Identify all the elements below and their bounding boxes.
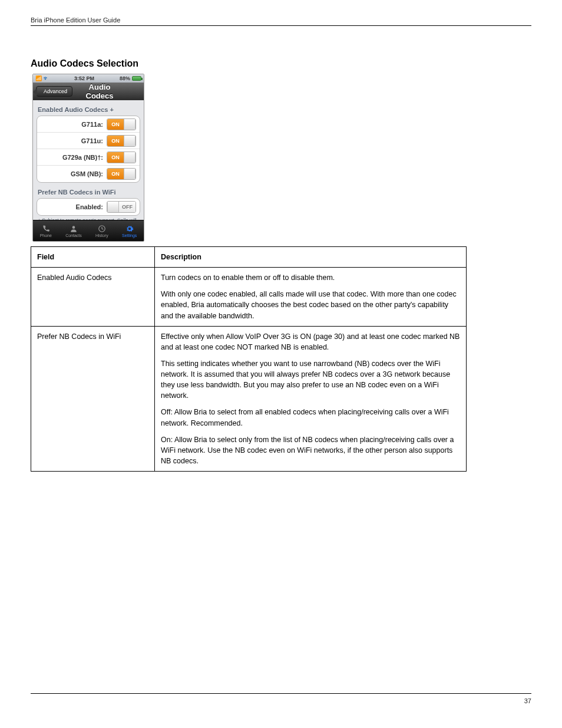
field-description-table: Field Description Enabled Audio Codecs T… bbox=[31, 246, 467, 472]
cell-description: Turn codecs on to enable them or off to … bbox=[155, 268, 467, 327]
toggle-g711a[interactable]: ONOFF bbox=[107, 118, 136, 130]
desc-para: This setting indicates whether you want … bbox=[161, 358, 460, 401]
tab-bar: Phone Contacts History Settings bbox=[33, 220, 144, 241]
codec-label: G711u: bbox=[81, 137, 103, 144]
cell-field: Prefer NB Codecs in WiFi bbox=[31, 326, 155, 471]
desc-para: On: Allow Bria to select only from the l… bbox=[161, 434, 460, 466]
codec-list: G711a: ONOFF G711u: ONOFF G729a (NB)†: O… bbox=[37, 116, 140, 183]
group-label-enabled-codecs: Enabled Audio Codecs + bbox=[33, 100, 144, 116]
tab-contacts[interactable]: Contacts bbox=[65, 225, 82, 238]
toggle-g729a[interactable]: ONOFF bbox=[107, 151, 136, 163]
codec-row: GSM (NB): ONOFF bbox=[37, 166, 140, 182]
history-icon bbox=[97, 225, 107, 233]
footer-page-number: 37 bbox=[524, 697, 531, 704]
toggle-on-label: ON bbox=[107, 136, 124, 146]
cell-field: Enabled Audio Codecs bbox=[31, 268, 155, 327]
table-row: Prefer NB Codecs in WiFi Effective only … bbox=[31, 326, 467, 471]
codec-label: GSM (NB): bbox=[71, 170, 103, 177]
back-button[interactable]: Advanced bbox=[36, 86, 72, 97]
group-label-prefer-nb: Prefer NB Codecs in WiFi bbox=[33, 183, 144, 198]
tab-phone[interactable]: Phone bbox=[40, 225, 52, 238]
codec-row: G711a: ONOFF bbox=[37, 116, 140, 133]
page-header: Bria iPhone Edition User Guide bbox=[31, 13, 531, 26]
status-bar: 📶 ᯤ 3:52 PM 88% bbox=[33, 74, 144, 83]
settings-icon bbox=[124, 225, 135, 233]
section-title: Audio Codecs Selection bbox=[31, 58, 531, 69]
toggle-on-label: ON bbox=[107, 152, 124, 163]
codec-row: G729a (NB)†: ONOFF bbox=[37, 149, 140, 166]
toggle-on-label: ON bbox=[107, 119, 124, 130]
battery-icon bbox=[132, 76, 141, 81]
tab-label: History bbox=[95, 233, 108, 238]
table-row: Enabled Audio Codecs Turn codecs on to e… bbox=[31, 268, 467, 327]
header-left: Bria iPhone Edition User Guide bbox=[31, 17, 120, 24]
settings-body: Enabled Audio Codecs + G711a: ONOFF G711… bbox=[33, 100, 144, 220]
tab-label: Settings bbox=[122, 233, 137, 238]
toggle-g711u[interactable]: ONOFF bbox=[107, 135, 136, 147]
footnote: + Subject to remote peer's support. Call… bbox=[33, 216, 144, 220]
tab-label: Phone bbox=[40, 233, 52, 238]
table-header-description: Description bbox=[155, 247, 467, 268]
tab-label: Contacts bbox=[65, 233, 82, 238]
nav-title: Audio Codecs bbox=[76, 83, 123, 100]
phone-screenshot: 📶 ᯤ 3:52 PM 88% Advanced Audio Codecs En… bbox=[32, 74, 144, 242]
prefer-nb-row: Enabled: ONOFF bbox=[37, 199, 140, 215]
battery-percent: 88% bbox=[120, 75, 130, 81]
toggle-on-label: ON bbox=[107, 169, 124, 179]
cell-description: Effective only when Allow VoIP Over 3G i… bbox=[155, 326, 467, 471]
phone-icon bbox=[41, 225, 51, 233]
toggle-off-label: OFF bbox=[119, 202, 135, 212]
codec-label: G729a (NB)†: bbox=[62, 154, 103, 161]
signal-icon: 📶 bbox=[35, 75, 42, 81]
desc-para: With only one codec enabled, all calls m… bbox=[161, 289, 460, 321]
codec-row: G711u: ONOFF bbox=[37, 133, 140, 149]
tab-history[interactable]: History bbox=[95, 225, 108, 238]
toggle-gsm[interactable]: ONOFF bbox=[107, 168, 136, 180]
table-header-field: Field bbox=[31, 247, 155, 268]
enabled-label: Enabled: bbox=[76, 203, 103, 210]
page-footer: 37 bbox=[31, 693, 531, 704]
wifi-icon: ᯤ bbox=[44, 75, 49, 81]
toggle-prefer-nb[interactable]: ONOFF bbox=[107, 201, 136, 213]
nav-bar: Advanced Audio Codecs bbox=[33, 83, 144, 100]
status-time: 3:52 PM bbox=[74, 75, 94, 81]
prefer-nb-group: Enabled: ONOFF bbox=[37, 198, 140, 216]
tab-settings[interactable]: Settings bbox=[122, 225, 137, 238]
desc-para: Effective only when Allow VoIP Over 3G i… bbox=[161, 331, 460, 353]
contacts-icon bbox=[68, 225, 79, 233]
codec-label: G711a: bbox=[81, 121, 103, 128]
back-button-label: Advanced bbox=[44, 88, 67, 94]
desc-para: Off: Allow Bria to select from all enabl… bbox=[161, 407, 460, 428]
desc-para: Turn codecs on to enable them or off to … bbox=[161, 272, 460, 283]
